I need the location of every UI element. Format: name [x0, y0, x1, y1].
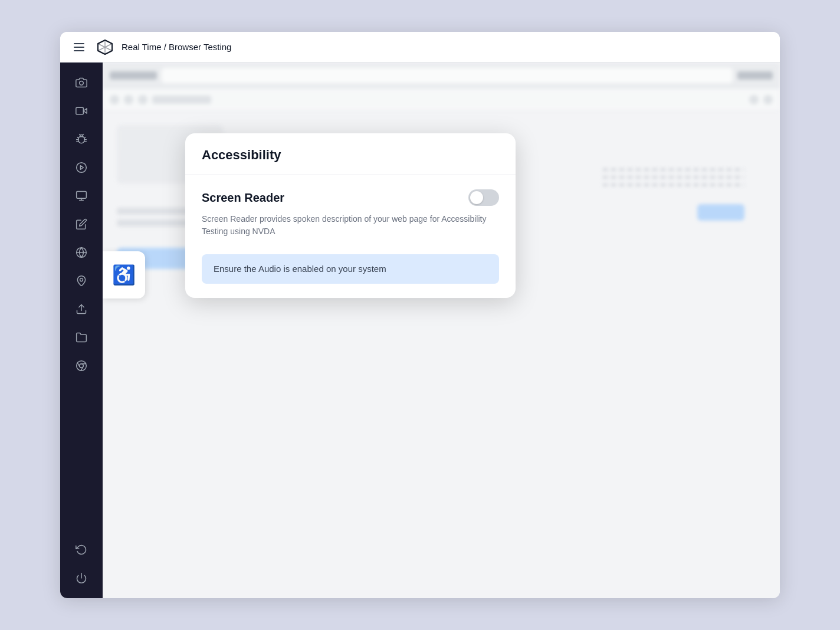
screen-reader-header: Screen Reader [202, 189, 499, 206]
screen-reader-description: Screen Reader provides spoken descriptio… [202, 213, 499, 238]
screen-reader-toggle[interactable] [468, 189, 499, 206]
modal-body: Screen Reader Screen Reader provides spo… [185, 175, 516, 298]
sidebar-item-video[interactable] [68, 98, 94, 124]
audio-notice-text: Ensure the Audio is enabled on your syst… [214, 264, 386, 274]
sidebar-item-edit[interactable] [68, 211, 94, 237]
svg-marker-1 [83, 109, 87, 113]
sidebar-item-bug[interactable] [68, 126, 94, 152]
sidebar-item-upload[interactable] [68, 296, 94, 322]
svg-point-10 [80, 278, 83, 281]
logo-icon [96, 38, 114, 57]
svg-marker-4 [80, 166, 83, 170]
audio-notice-box: Ensure the Audio is enabled on your syst… [202, 254, 499, 284]
sidebar-bottom [68, 537, 94, 591]
main-area: ♿ Accessibility Screen Reader Screen Rea… [60, 63, 780, 598]
screen-reader-title: Screen Reader [202, 191, 284, 205]
browser-window: Real Time / Browser Testing [60, 32, 780, 598]
svg-point-3 [77, 163, 87, 173]
modal-header: Accessibility [185, 133, 516, 175]
sidebar-item-folder[interactable] [68, 324, 94, 350]
window-title: Real Time / Browser Testing [122, 42, 231, 52]
accessibility-modal: Accessibility Screen Reader Screen Reade… [185, 133, 516, 298]
content-area: ♿ Accessibility Screen Reader Screen Rea… [103, 63, 780, 598]
svg-point-0 [80, 81, 84, 86]
accessibility-figure-icon: ♿ [112, 264, 136, 286]
sidebar-item-browser[interactable] [68, 353, 94, 379]
modal-title: Accessibility [202, 147, 281, 162]
sidebar-item-media[interactable] [68, 155, 94, 181]
svg-rect-5 [77, 192, 87, 199]
sidebar-item-location[interactable] [68, 268, 94, 294]
menu-button[interactable] [70, 38, 88, 57]
svg-rect-2 [76, 107, 84, 114]
sidebar-item-desktop[interactable] [68, 183, 94, 209]
title-bar: Real Time / Browser Testing [60, 32, 780, 63]
sidebar-item-globe[interactable] [68, 239, 94, 265]
sidebar [60, 63, 103, 598]
sidebar-item-screenshot[interactable] [68, 70, 94, 96]
sidebar-item-refresh[interactable] [68, 537, 94, 563]
screen-reader-section: Screen Reader Screen Reader provides spo… [202, 189, 499, 284]
accessibility-panel[interactable]: ♿ [103, 251, 145, 298]
sidebar-item-power[interactable] [68, 565, 94, 591]
